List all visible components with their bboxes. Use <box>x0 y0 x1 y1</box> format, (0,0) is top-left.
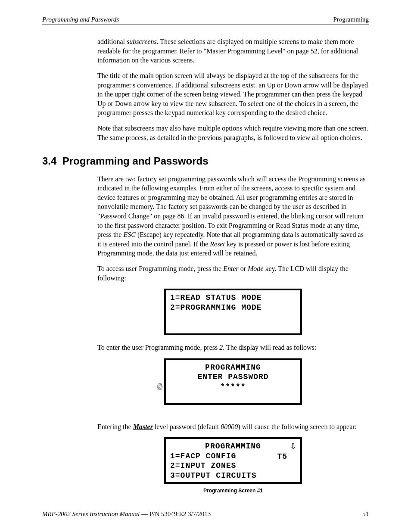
lcd-line: 1=READ STATUS MODE <box>170 293 296 303</box>
lcd-screen-2: PROGRAMMING ENTER PASSWORD ***** <box>164 358 302 405</box>
italic-term: subscreens <box>127 38 157 45</box>
cursor-icon <box>157 383 162 390</box>
body-column: additional subscreens. These selections … <box>97 37 369 142</box>
text: ) will cause the following screen to app… <box>238 423 357 430</box>
paragraph: additional subscreens. These selections … <box>97 37 369 65</box>
section-number: 3.4 <box>42 155 56 167</box>
lcd-line: ENTER PASSWORD <box>170 372 296 382</box>
down-arrow-icon: ⇩ <box>290 442 297 451</box>
text: Entering the <box>97 423 133 430</box>
italic-key: Mode <box>248 265 263 272</box>
lcd-line: PROGRAMMING <box>170 442 296 451</box>
text: level password (default <box>153 423 221 430</box>
lcd-line: ***** <box>170 382 296 392</box>
running-header: Programming and Passwords Programming <box>42 15 369 25</box>
text: or <box>239 265 248 272</box>
italic-key: ESC <box>123 231 135 238</box>
paragraph: To enter the user Programming mode, pres… <box>97 343 369 352</box>
lcd-line: PROGRAMMING <box>170 363 296 373</box>
default-password: 00000 <box>221 423 238 430</box>
italic-key: Enter <box>223 265 239 272</box>
lcd-line: 3=OUTPUT CIRCUITS <box>170 471 296 481</box>
paragraph: There are two factory set programming pa… <box>97 174 369 258</box>
text: To access user Programming mode, press t… <box>97 265 223 272</box>
lcd-screen-3: PROGRAMMING 1=FACP CONFIG 2=INPUT ZONES … <box>164 437 302 484</box>
header-right: Programming <box>333 15 369 24</box>
body-column: There are two factory set programming pa… <box>97 174 369 495</box>
page-footer: MRP-2002 Series Instruction Manual — P/N… <box>42 510 369 518</box>
paragraph: To access user Programming mode, press t… <box>97 264 369 283</box>
paragraph: Entering the Master level password (defa… <box>97 422 369 432</box>
lcd-wrap: PROGRAMMING ENTER PASSWORD ***** <box>164 358 302 405</box>
lcd-caption: Programming Screen #1 <box>97 487 369 494</box>
page-number: 51 <box>362 510 369 518</box>
lcd-line: 2=INPUT ZONES <box>170 461 296 471</box>
footer-left: MRP-2002 Series Instruction Manual — P/N… <box>42 510 211 518</box>
part-number: — P/N 53049:E2 3/7/2013 <box>140 510 211 517</box>
paragraph: Note that subscreens may also have multi… <box>97 124 369 142</box>
section-heading: 3.4 Programming and Passwords <box>42 154 369 168</box>
master-term: Master <box>133 423 153 430</box>
text: . The display will read as follows: <box>223 344 316 351</box>
lcd-t5-label: T5 <box>277 452 287 462</box>
text: There are two factory set programming pa… <box>97 175 365 239</box>
page: Programming and Passwords Programming ad… <box>0 0 411 532</box>
lcd-line: 2=PROGRAMMING MODE <box>170 303 296 313</box>
text: To enter the user Programming mode, pres… <box>97 344 219 351</box>
italic-key: Reset <box>210 240 225 248</box>
manual-title: MRP-2002 Series Instruction Manual <box>42 510 140 517</box>
lcd-screen-1: 1=READ STATUS MODE 2=PROGRAMMING MODE <box>164 289 302 335</box>
section-title: Programming and Passwords <box>62 155 209 167</box>
text: additional <box>97 38 127 45</box>
paragraph: The title of the main option screen will… <box>97 71 369 118</box>
header-left: Programming and Passwords <box>42 15 119 24</box>
